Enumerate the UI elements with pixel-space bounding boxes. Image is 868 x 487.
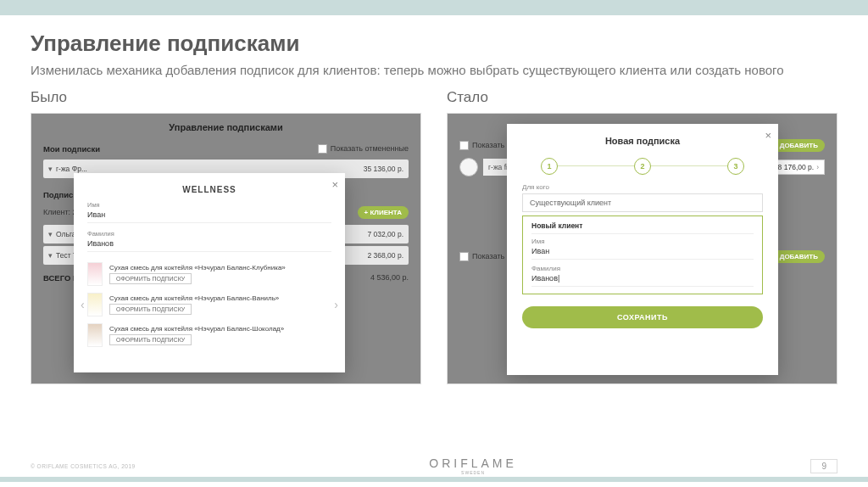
step-3: 3 bbox=[727, 158, 744, 175]
lastname-label: Фамилия bbox=[531, 265, 754, 272]
oriflame-logo: ORIFLAME bbox=[429, 456, 517, 475]
footer-strip bbox=[0, 477, 868, 482]
my-subs-label: Мои подписки bbox=[43, 144, 100, 154]
modal-title: Новая подписка bbox=[522, 136, 763, 146]
page-subtitle: Изменилась механика добавления подписок … bbox=[31, 62, 837, 79]
lastname-label: Фамилия bbox=[87, 230, 331, 238]
copyright: © ORIFLAME COSMETICS AG, 2019 bbox=[31, 463, 136, 469]
for-whom-label: Для кого bbox=[522, 183, 763, 191]
firstname-label: Имя bbox=[87, 201, 331, 209]
step-2: 2 bbox=[634, 158, 651, 175]
stepper: 1 2 3 bbox=[522, 158, 763, 175]
new-client-heading: Новый клиент bbox=[531, 221, 754, 234]
new-subscription-modal: × Новая подписка 1 2 3 Для кого Существу… bbox=[507, 124, 778, 375]
column-after-heading: Стало bbox=[447, 89, 837, 106]
existing-client-select[interactable]: Существующий клиент bbox=[522, 193, 763, 212]
close-icon[interactable]: × bbox=[765, 129, 771, 142]
product-item: Сухая смесь для коктейля «Нэчурал Баланс… bbox=[87, 259, 331, 289]
before-screenshot: Управление подписками Мои подписки Показ… bbox=[31, 113, 421, 384]
firstname-input[interactable]: Иван bbox=[531, 245, 754, 260]
after-screenshot: Показать отмененные + ДОБАВИТЬ г-жа firs… bbox=[447, 113, 837, 384]
firstname-label: Имя bbox=[531, 238, 754, 245]
wellness-modal: × WELLNESS Имя Иван Фамилия Иванов ‹ › С… bbox=[74, 173, 345, 372]
product-thumb bbox=[87, 293, 103, 316]
header-strip bbox=[0, 0, 868, 15]
lastname-value[interactable]: Иванов bbox=[87, 238, 331, 252]
product-item: Сухая смесь для коктейля «Нэчурал Баланс… bbox=[87, 289, 331, 320]
subscribe-button[interactable]: ОФОРМИТЬ ПОДПИСКУ bbox=[109, 334, 192, 345]
new-client-box: Новый клиент Имя Иван Фамилия Иванов| bbox=[522, 216, 763, 294]
column-before-heading: Было bbox=[31, 89, 421, 106]
page-number: 9 bbox=[810, 459, 837, 473]
clients-count: Клиент: 2 bbox=[43, 208, 77, 216]
product-thumb bbox=[87, 323, 103, 347]
carousel-left-icon[interactable]: ‹ bbox=[81, 298, 85, 311]
product-thumb bbox=[87, 262, 103, 286]
save-button[interactable]: СОХРАНИТЬ bbox=[522, 306, 763, 328]
firstname-value[interactable]: Иван bbox=[87, 209, 331, 223]
subscribe-button[interactable]: ОФОРМИТЬ ПОДПИСКУ bbox=[109, 304, 192, 315]
page-title: Управление подписками bbox=[31, 31, 837, 57]
show-cancelled-checkbox[interactable]: Показать отмененные bbox=[318, 144, 409, 154]
clock-icon bbox=[459, 158, 478, 176]
before-title: Управление подписками bbox=[43, 122, 409, 132]
carousel-right-icon[interactable]: › bbox=[334, 298, 338, 311]
total-price: 4 536,00 р. bbox=[370, 273, 409, 282]
close-icon[interactable]: × bbox=[331, 178, 338, 191]
subscribe-button[interactable]: ОФОРМИТЬ ПОДПИСКУ bbox=[109, 273, 192, 284]
add-client-button[interactable]: + КЛИЕНТА bbox=[358, 206, 409, 219]
price-chip: 8 176,00 р. bbox=[772, 160, 825, 175]
product-item: Сухая смесь для коктейля «Нэчурал Баланс… bbox=[87, 320, 331, 350]
lastname-input[interactable]: Иванов| bbox=[531, 272, 754, 287]
modal-title: WELLNESS bbox=[87, 185, 331, 194]
step-1: 1 bbox=[541, 158, 558, 175]
